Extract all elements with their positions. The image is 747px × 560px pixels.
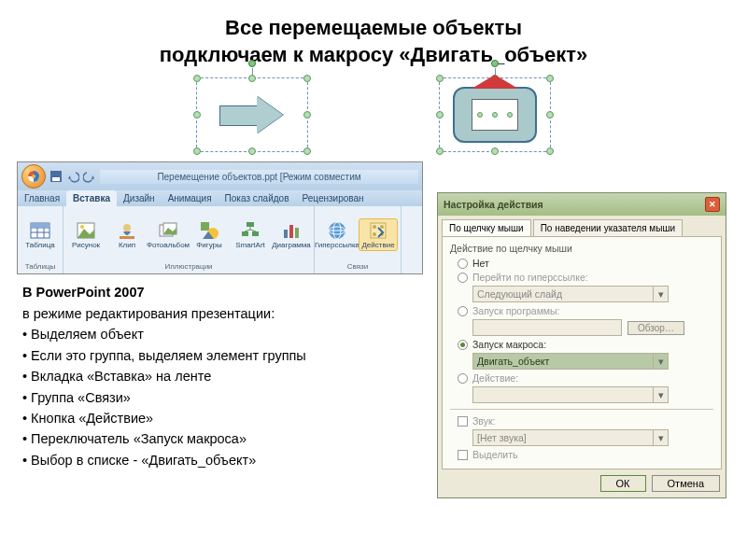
resize-handle-icon[interactable]: [436, 75, 444, 82]
selected-group-shape[interactable]: [439, 77, 551, 152]
svg-point-12: [80, 225, 84, 229]
radio-hyperlink[interactable]: Перейти по гиперссылке:: [458, 272, 713, 283]
rounded-rect-shape: [453, 87, 537, 143]
resize-handle-icon[interactable]: [193, 75, 201, 82]
combo-value: Следующий слайд: [477, 288, 562, 300]
combo-value: Двигать_объект: [477, 356, 549, 367]
radio-program[interactable]: Запуск программы:: [458, 305, 713, 316]
svg-point-13: [123, 224, 131, 231]
dialog-tabs: По щелчку мыши По наведении указателя мы…: [438, 216, 726, 236]
ok-button[interactable]: ОК: [600, 475, 646, 492]
tab-on-click[interactable]: По щелчку мыши: [442, 219, 531, 236]
svg-rect-18: [201, 222, 209, 231]
radio-icon: [458, 306, 468, 316]
title-line-1: Все перемещаемые объекты: [225, 16, 522, 39]
photoalbum-button[interactable]: Фотоальбом: [148, 220, 188, 249]
tab-on-hover[interactable]: По наведении указателя мыши: [533, 219, 683, 236]
svg-rect-3: [52, 177, 60, 181]
picture-icon: [76, 220, 96, 241]
close-button[interactable]: ✕: [705, 197, 720, 212]
shapes-label: Фигуры: [196, 242, 222, 249]
smartart-icon: [240, 220, 261, 241]
resize-handle-icon[interactable]: [193, 147, 201, 155]
instr-bullet: Переключатель «Запуск макроса»: [31, 431, 247, 446]
tab-insert[interactable]: Вставка: [66, 190, 117, 206]
checkbox-highlight[interactable]: Выделить: [458, 449, 713, 460]
clip-button[interactable]: Клип: [107, 220, 147, 249]
resize-handle-icon[interactable]: [546, 111, 554, 119]
chart-button[interactable]: Диаграмма: [272, 220, 311, 249]
sound-label: Звук:: [472, 415, 495, 427]
chevron-down-icon[interactable]: ▾: [653, 354, 668, 369]
action-button[interactable]: Действие: [359, 218, 398, 251]
selected-shapes-row: [0, 76, 747, 161]
svg-point-36: [380, 225, 384, 229]
resize-handle-icon[interactable]: [248, 147, 256, 155]
tab-slideshow[interactable]: Показ слайдов: [218, 190, 296, 206]
resize-handle-icon[interactable]: [436, 147, 444, 155]
window-title: Перемещение объектов.ppt [Режим совмести…: [100, 170, 418, 184]
resize-handle-icon[interactable]: [303, 147, 311, 155]
ribbon-tabs: Главная Вставка Дизайн Анимация Показ сл…: [18, 190, 422, 206]
selected-arrow-shape[interactable]: [196, 77, 308, 152]
resize-handle-icon[interactable]: [491, 147, 499, 155]
svg-rect-21: [247, 222, 254, 227]
office-button[interactable]: [21, 164, 46, 189]
hyperlink-label: Гиперссылка: [315, 242, 359, 249]
ribbon-group-tables: Таблица Таблицы: [18, 206, 63, 273]
title-line-2: подключаем к макросу «Двигать_объект»: [160, 43, 587, 66]
quick-access-toolbar: Перемещение объектов.ppt [Режим совмести…: [18, 162, 422, 190]
radio-ole-action: Действие:: [458, 372, 713, 384]
svg-rect-28: [289, 225, 293, 238]
picture-button[interactable]: Рисунок: [66, 220, 106, 249]
radio-none[interactable]: Нет: [458, 258, 713, 269]
dialog-buttons: ОК Отмена: [438, 469, 726, 497]
tab-review[interactable]: Рецензирован: [295, 190, 370, 206]
resize-handle-icon[interactable]: [303, 111, 311, 119]
radio-macro[interactable]: Запуск макроса:: [458, 339, 713, 350]
radio-macro-label: Запуск макроса:: [472, 339, 546, 350]
tab-home[interactable]: Главная: [18, 190, 66, 206]
radio-ole-label: Действие:: [472, 372, 518, 384]
resize-handle-icon[interactable]: [436, 111, 444, 119]
tab-design[interactable]: Дизайн: [117, 190, 162, 206]
undo-icon[interactable]: [66, 170, 79, 183]
cancel-button[interactable]: Отмена: [652, 475, 720, 492]
instr-bullet: Группа «Связи»: [31, 390, 131, 405]
sound-combo: [Нет звука]▾: [472, 429, 669, 446]
resize-handle-icon[interactable]: [546, 147, 554, 155]
clip-icon: [117, 220, 137, 241]
table-button[interactable]: Таблица: [21, 220, 60, 249]
ole-action-combo: ▾: [472, 386, 669, 403]
instr-bullet: Выделяем объект: [31, 327, 144, 342]
close-icon: ✕: [709, 200, 716, 209]
smartart-button[interactable]: SmartArt: [231, 220, 270, 249]
instr-bullet: Вкладка «Вставка» на ленте: [31, 369, 211, 384]
chevron-down-icon: ▾: [653, 287, 668, 301]
resize-handle-icon[interactable]: [546, 75, 554, 82]
hyperlink-button[interactable]: Гиперссылка: [317, 220, 357, 249]
ribbon-group-illustrations: Рисунок Клип Фотоальбом Фигуры SmartArt …: [63, 206, 315, 273]
chevron-down-icon: ▾: [653, 430, 668, 445]
hyperlink-icon: [327, 220, 347, 241]
svg-line-25: [245, 230, 250, 231]
checkbox-sound[interactable]: Звук:: [458, 415, 713, 427]
redo-icon[interactable]: [83, 170, 96, 183]
action-label: Действие: [361, 242, 394, 249]
chart-icon: [281, 220, 302, 241]
group-label-tables: Таблицы: [25, 261, 56, 272]
resize-handle-icon[interactable]: [193, 111, 201, 119]
resize-handle-icon[interactable]: [303, 75, 311, 82]
shapes-button[interactable]: Фигуры: [190, 220, 229, 249]
radio-link-label: Перейти по гиперссылке:: [472, 272, 588, 283]
resize-handle-icon[interactable]: [248, 75, 256, 82]
photoalbum-label: Фотоальбом: [147, 242, 190, 249]
group-label-illustrations: Иллюстрации: [164, 261, 212, 272]
triangle-icon: [472, 75, 518, 89]
dialog-titlebar[interactable]: Настройка действия ✕: [438, 193, 726, 216]
radio-none-label: Нет: [472, 258, 489, 269]
tab-animation[interactable]: Анимация: [162, 190, 218, 206]
save-icon[interactable]: [49, 170, 63, 183]
ribbon-group-links: Гиперссылка Действие Связи: [315, 206, 402, 273]
macro-combo[interactable]: Двигать_объект▾: [472, 353, 669, 370]
